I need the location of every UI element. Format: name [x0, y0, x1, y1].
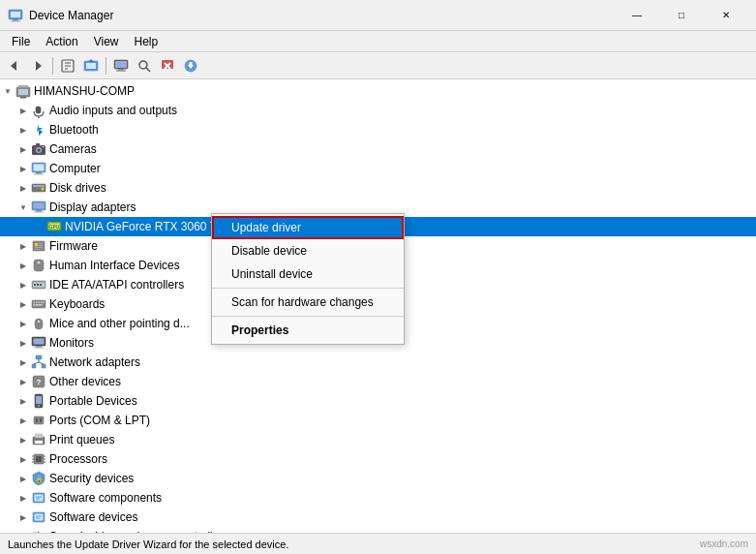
display-icon [31, 200, 46, 215]
tree-root[interactable]: ▼ HIMANSHU-COMP [0, 81, 756, 101]
portable-icon [31, 393, 46, 409]
display-label: Display adapters [49, 200, 136, 214]
portable-expand[interactable]: ▶ [15, 391, 31, 411]
toolbar-back[interactable] [4, 55, 25, 77]
mice-icon [31, 316, 46, 331]
maximize-button[interactable]: □ [659, 0, 704, 31]
svg-rect-19 [162, 60, 173, 69]
tree-item-print[interactable]: ▶ Print queues [0, 430, 756, 449]
svg-rect-91 [34, 416, 44, 424]
ctx-properties[interactable]: Properties [212, 319, 404, 342]
toolbar-disable[interactable] [157, 55, 178, 77]
other-label: Other devices [49, 375, 121, 388]
main-content: ▼ HIMANSHU-COMP ▶ Audio i [0, 79, 756, 533]
keyboards-expand[interactable]: ▶ [15, 294, 31, 314]
svg-rect-77 [34, 339, 45, 345]
bluetooth-expand[interactable]: ▶ [15, 120, 31, 139]
display-expand[interactable]: ▼ [15, 198, 31, 217]
ctx-uninstall-device[interactable]: Uninstall device [212, 262, 404, 286]
tree-item-cameras[interactable]: ▶ Cameras [0, 139, 756, 159]
firmware-expand[interactable]: ▶ [15, 236, 31, 256]
svg-text:GPU: GPU [49, 224, 60, 230]
svg-rect-27 [20, 97, 26, 99]
svg-point-97 [42, 439, 44, 441]
monitors-label: Monitors [49, 336, 94, 350]
ports-icon [31, 413, 46, 428]
network-expand[interactable]: ▶ [15, 353, 31, 372]
tree-item-processors[interactable]: ▶ Processors [0, 449, 756, 469]
cameras-icon [31, 141, 46, 157]
toolbar-monitor[interactable] [110, 55, 132, 77]
bluetooth-icon [31, 122, 46, 138]
ctx-update-driver[interactable]: Update driver [212, 216, 404, 239]
toolbar-properties[interactable] [57, 55, 78, 77]
tree-item-security[interactable]: ▶ 🔒 Security devices [0, 469, 756, 488]
tree-item-sound[interactable]: ▶ Sound, video and game controllers [0, 527, 756, 533]
svg-rect-28 [18, 85, 28, 88]
other-expand[interactable]: ▶ [15, 372, 31, 391]
toolbar-forward[interactable] [27, 55, 48, 77]
software-dev-expand[interactable]: ▶ [15, 508, 31, 527]
sound-expand[interactable]: ▶ [15, 527, 31, 533]
svg-line-18 [146, 68, 150, 72]
mice-label: Mice and other pointing d... [49, 317, 190, 330]
svg-rect-66 [36, 302, 38, 304]
tree-item-network[interactable]: ▶ Network adapters [0, 353, 756, 372]
ctx-separator [212, 288, 404, 289]
computer-expand[interactable]: ▶ [15, 159, 31, 178]
svg-rect-63 [40, 284, 42, 286]
monitors-expand[interactable]: ▶ [15, 333, 31, 353]
title-bar: Device Manager — □ ✕ [0, 0, 756, 31]
tree-item-audio[interactable]: ▶ Audio inputs and outputs [0, 101, 756, 120]
tree-item-bluetooth[interactable]: ▶ Bluetooth [0, 120, 756, 139]
toolbar-find[interactable] [134, 55, 155, 77]
svg-rect-37 [34, 165, 45, 171]
tree-item-other[interactable]: ▶ ? Other devices [0, 372, 756, 391]
toolbar-update-driver[interactable] [80, 55, 102, 77]
tree-item-software-comp[interactable]: ▶ Software components [0, 488, 756, 508]
menu-view[interactable]: View [86, 33, 127, 50]
minimize-button[interactable]: — [615, 0, 659, 31]
mice-expand[interactable]: ▶ [15, 314, 31, 333]
cameras-expand[interactable]: ▶ [15, 139, 31, 159]
root-expand[interactable]: ▼ [0, 81, 15, 101]
menu-help[interactable]: Help [127, 33, 166, 50]
svg-rect-99 [36, 456, 42, 462]
menu-action[interactable]: Action [38, 33, 85, 50]
keyboards-label: Keyboards [49, 297, 105, 311]
ctx-scan-hardware[interactable]: Scan for hardware changes [212, 291, 404, 314]
security-expand[interactable]: ▶ [15, 469, 31, 488]
tree-item-computer[interactable]: ▶ Computer [0, 159, 756, 178]
status-text: Launches the Update Driver Wizard for th… [8, 539, 288, 550]
tree-item-ports[interactable]: ▶ Ports (COM & LPT) [0, 411, 756, 430]
ports-label: Ports (COM & LPT) [49, 414, 150, 427]
menu-file[interactable]: File [4, 33, 38, 50]
software-comp-expand[interactable]: ▶ [15, 488, 31, 508]
tree-item-portable[interactable]: ▶ Portable Devices [0, 391, 756, 411]
svg-marker-5 [36, 61, 42, 71]
print-expand[interactable]: ▶ [15, 430, 31, 449]
close-button[interactable]: ✕ [704, 0, 748, 31]
svg-rect-2 [13, 19, 18, 21]
ide-expand[interactable]: ▶ [15, 275, 31, 294]
svg-line-85 [39, 362, 44, 364]
svg-rect-82 [42, 364, 45, 368]
ctx-disable-device[interactable]: Disable device [212, 239, 404, 262]
svg-rect-80 [36, 355, 42, 359]
nvidia-expand[interactable] [31, 217, 46, 236]
svg-point-90 [38, 405, 40, 407]
svg-rect-26 [18, 89, 28, 95]
window-controls: — □ ✕ [615, 0, 748, 31]
svg-line-84 [34, 362, 39, 364]
tree-item-software-dev[interactable]: ▶ Software devices [0, 508, 756, 527]
ports-expand[interactable]: ▶ [15, 411, 31, 430]
processors-expand[interactable]: ▶ [15, 449, 31, 469]
security-label: Security devices [49, 472, 134, 485]
tree-item-disk[interactable]: ▶ Disk drives [0, 178, 756, 198]
audio-expand[interactable]: ▶ [15, 101, 31, 120]
toolbar-download[interactable] [180, 55, 201, 77]
sound-label: Sound, video and game controllers [49, 530, 228, 533]
audio-label: Audio inputs and outputs [49, 104, 177, 117]
hid-expand[interactable]: ▶ [15, 256, 31, 275]
disk-expand[interactable]: ▶ [15, 178, 31, 198]
